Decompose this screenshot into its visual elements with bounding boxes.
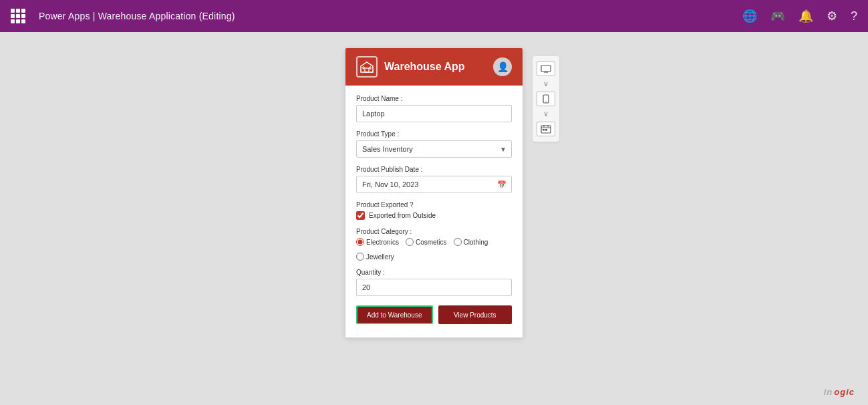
watermark-in: in xyxy=(824,387,833,397)
category-electronics: Electronics xyxy=(356,238,399,246)
jewellery-label: Jewellery xyxy=(366,253,394,261)
exported-label: Product Exported ? xyxy=(356,201,512,209)
category-cosmetics: Cosmetics xyxy=(406,238,447,246)
svg-point-5 xyxy=(545,102,546,102)
side-panel: ∨ ∨ xyxy=(533,56,559,142)
svg-rect-1 xyxy=(541,65,551,72)
clothing-radio[interactable] xyxy=(454,238,462,246)
settings-icon[interactable]: ⚙ xyxy=(827,9,837,23)
form-body: Product Name : Product Type : Sales Inve… xyxy=(345,86,523,338)
publish-date-wrapper: 📅 xyxy=(356,176,512,193)
add-to-warehouse-button[interactable]: Add to Warehouse xyxy=(356,305,433,324)
watermark-ogic: ogic xyxy=(834,387,855,397)
category-label: Product Category : xyxy=(356,228,512,235)
help-icon[interactable]: ? xyxy=(851,9,857,23)
avatar: 👤 xyxy=(493,57,512,76)
topbar-actions: 🌐 🎮 🔔 ⚙ ? xyxy=(742,9,857,23)
topbar-title: Power Apps | Warehouse Application (Edit… xyxy=(39,11,235,21)
product-name-group: Product Name : xyxy=(356,95,512,122)
category-radio-group: Electronics Cosmetics Clothing Jewellery xyxy=(356,238,512,261)
chevron-down-icon-1[interactable]: ∨ xyxy=(543,80,549,88)
category-clothing: Clothing xyxy=(454,238,488,246)
watermark: inogic xyxy=(824,387,855,397)
clothing-label: Clothing xyxy=(464,239,488,246)
globe-icon[interactable]: 🌐 xyxy=(742,9,757,23)
product-type-select[interactable]: Sales Inventory Raw Materials Finished G… xyxy=(356,140,512,158)
app-title: Warehouse App xyxy=(384,61,486,73)
topbar: Power Apps | Warehouse Application (Edit… xyxy=(0,0,868,32)
exported-group: Product Exported ? Exported from Outside xyxy=(356,201,512,220)
jewellery-radio[interactable] xyxy=(356,253,364,261)
category-jewellery: Jewellery xyxy=(356,253,394,261)
cosmetics-label: Cosmetics xyxy=(416,239,447,246)
controller-icon[interactable]: 🎮 xyxy=(770,9,785,23)
product-name-label: Product Name : xyxy=(356,95,512,102)
publish-date-label: Product Publish Date : xyxy=(356,166,512,173)
publish-date-group: Product Publish Date : 📅 xyxy=(356,166,512,193)
view-products-button[interactable]: View Products xyxy=(438,305,513,324)
product-type-label: Product Type : xyxy=(356,130,512,138)
quantity-input[interactable] xyxy=(356,279,512,296)
chevron-down-icon-2[interactable]: ∨ xyxy=(543,110,549,118)
exported-checkbox-label: Exported from Outside xyxy=(369,212,436,219)
category-group: Product Category : Electronics Cosmetics… xyxy=(356,228,512,261)
warehouse-icon xyxy=(356,56,378,78)
electronics-label: Electronics xyxy=(366,239,399,246)
app-card: Warehouse App 👤 Product Name : Product T… xyxy=(345,48,523,338)
exported-checkbox-group: Exported from Outside xyxy=(356,211,512,220)
svg-rect-11 xyxy=(545,129,547,131)
svg-rect-10 xyxy=(543,129,545,131)
product-type-group: Product Type : Sales Inventory Raw Mater… xyxy=(356,130,512,158)
product-name-input[interactable] xyxy=(356,105,512,122)
apps-icon[interactable] xyxy=(11,9,25,23)
product-type-select-wrapper: Sales Inventory Raw Materials Finished G… xyxy=(356,140,512,158)
desktop-icon[interactable] xyxy=(537,61,555,76)
button-row: Add to Warehouse View Products xyxy=(356,305,512,324)
calendar-view-icon[interactable] xyxy=(537,122,555,136)
quantity-label: Quantity : xyxy=(356,269,512,276)
exported-checkbox[interactable] xyxy=(356,211,365,220)
quantity-group: Quantity : xyxy=(356,269,512,296)
avatar-icon: 👤 xyxy=(497,61,509,72)
cosmetics-radio[interactable] xyxy=(406,238,414,246)
electronics-radio[interactable] xyxy=(356,238,364,246)
main-area: Warehouse App 👤 Product Name : Product T… xyxy=(0,32,868,405)
bell-icon[interactable]: 🔔 xyxy=(799,9,813,23)
mobile-icon[interactable] xyxy=(537,92,555,106)
app-header: Warehouse App 👤 xyxy=(345,48,523,86)
publish-date-input[interactable] xyxy=(356,176,512,193)
svg-rect-0 xyxy=(365,68,369,72)
